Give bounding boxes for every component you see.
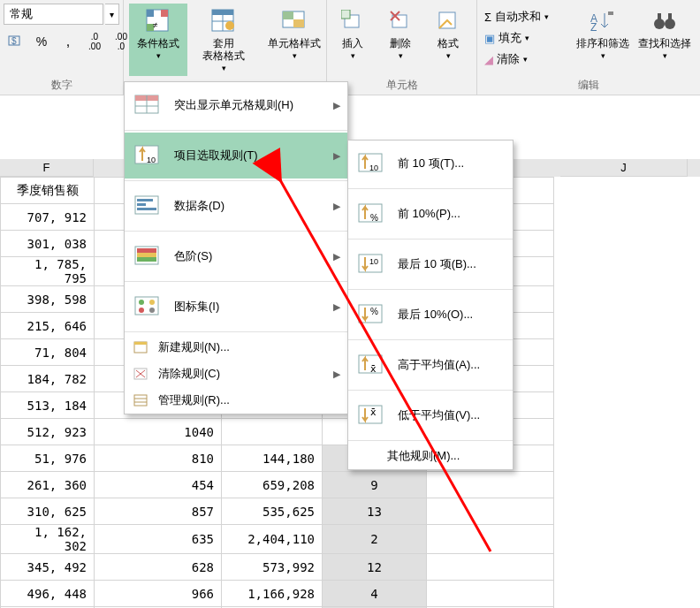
clear-rules-icon [132, 366, 149, 382]
number-format-select[interactable]: 常规 [4, 4, 103, 25]
highlight-cells-icon [132, 89, 164, 121]
delete-icon [386, 7, 415, 35]
menu-top-bottom[interactable]: 10 项目选取规则(T) ▶ [125, 133, 347, 179]
table-row[interactable]: 261, 360454659,2089 [1, 472, 554, 498]
svg-rect-41 [137, 257, 156, 262]
menu-manage-rules[interactable]: 管理规则(R)... [125, 387, 347, 414]
header-f[interactable]: 季度销售额 [1, 178, 95, 204]
clear-button[interactable]: ◢清除▾ [481, 49, 552, 69]
top10p-icon: % [355, 198, 387, 230]
svg-point-45 [139, 308, 144, 313]
group-label-cells: 单元格 [327, 78, 476, 93]
svg-rect-23 [608, 11, 613, 15]
svg-rect-13 [283, 11, 293, 19]
svg-rect-42 [135, 297, 158, 315]
chevron-down-icon: ▾ [156, 51, 161, 60]
data-bars-icon [132, 190, 164, 222]
sigma-icon: Σ [484, 11, 491, 24]
svg-rect-40 [137, 253, 156, 257]
svg-text:10: 10 [147, 156, 156, 164]
new-rule-icon [132, 339, 149, 355]
svg-text:≠: ≠ [153, 20, 158, 30]
icon-sets-icon [132, 291, 164, 323]
svg-point-46 [149, 308, 155, 313]
table-format-icon [209, 7, 238, 35]
eraser-icon: ◢ [484, 53, 493, 66]
conditional-formatting-icon: ≠ [144, 7, 172, 35]
svg-rect-3 [147, 10, 154, 17]
menu-above-avg[interactable]: x̄ 高于平均值(A)... [348, 342, 513, 388]
svg-rect-4 [161, 10, 168, 17]
svg-text:10: 10 [369, 257, 378, 266]
menu-data-bars[interactable]: 数据条(D) ▶ [125, 183, 347, 229]
menu-new-rule[interactable]: 新建规则(N)... [125, 334, 347, 361]
svg-rect-48 [134, 342, 147, 345]
table-row[interactable]: 496, 4489661,166,9284 [1, 581, 554, 607]
table-row[interactable]: 1, 162, 3026352,404,1102 [1, 525, 554, 554]
cell-styles-icon [280, 7, 308, 35]
manage-rules-icon [132, 392, 149, 408]
sort-icon: AZ [589, 7, 617, 35]
insert-button[interactable]: 插入▾ [331, 4, 375, 76]
menu-clear-rules[interactable]: 清除规则(C) ▶ [125, 361, 347, 387]
menu-top10p[interactable]: % 前 10%(P)... [348, 191, 513, 237]
group-label-number: 数字 [0, 78, 123, 93]
group-label-edit: 编辑 [477, 78, 700, 93]
conditional-formatting-button[interactable]: ≠ 条件格式 ▾ [129, 4, 187, 76]
bot10-icon: 10 [355, 248, 387, 280]
cell-styles-button[interactable]: 单元格样式 ▾ [265, 4, 323, 76]
insert-icon [339, 7, 367, 35]
svg-text:x̄: x̄ [370, 407, 377, 417]
svg-text:10: 10 [369, 163, 378, 172]
menu-icon-sets[interactable]: 图标集(I) ▶ [125, 284, 347, 330]
find-select-button[interactable]: 查找和选择▾ [636, 4, 693, 76]
binoculars-icon [651, 7, 679, 35]
increase-decimal-button[interactable]: .0.00 [83, 32, 106, 51]
currency-button[interactable]: $ [4, 32, 27, 51]
svg-point-43 [139, 300, 144, 305]
fill-icon: ▣ [484, 32, 495, 45]
autosum-button[interactable]: Σ自动求和▾ [481, 7, 552, 27]
svg-text:%: % [370, 213, 378, 223]
comma-button[interactable]: , [57, 32, 80, 51]
svg-rect-27 [668, 13, 672, 20]
svg-rect-16 [341, 10, 350, 19]
below-avg-icon: x̄ [355, 399, 387, 431]
format-button[interactable]: 格式▾ [426, 4, 470, 76]
svg-rect-39 [137, 248, 156, 253]
percent-button[interactable]: % [30, 32, 53, 51]
col-header-f[interactable]: F [0, 159, 94, 177]
format-icon [434, 7, 462, 35]
top-bottom-icon: 10 [132, 140, 164, 171]
table-row[interactable]: 310, 625857535,62513 [1, 498, 554, 525]
svg-text:$: $ [11, 36, 17, 46]
number-format-dropdown[interactable]: ▾ [105, 4, 119, 25]
svg-rect-14 [293, 19, 304, 27]
fill-button[interactable]: ▣填充▾ [481, 28, 552, 48]
above-avg-icon: x̄ [355, 349, 387, 381]
delete-button[interactable]: 删除▾ [378, 4, 422, 76]
format-as-table-button[interactable]: 套用 表格格式 ▾ [194, 4, 253, 76]
svg-text:Z: Z [590, 21, 597, 33]
sort-filter-button[interactable]: AZ 排序和筛选▾ [574, 4, 631, 76]
bot10p-icon: % [355, 299, 387, 331]
menu-other-rules[interactable]: 其他规则(M)... [348, 443, 513, 469]
color-scales-icon [132, 240, 164, 272]
conditional-formatting-menu: 突出显示单元格规则(H) ▶ 10 项目选取规则(T) ▶ 数据条(D) ▶ 色… [124, 81, 348, 414]
menu-bot10[interactable]: 10 最后 10 项(B)... [348, 241, 513, 287]
svg-point-44 [149, 300, 155, 305]
top-bottom-submenu: 10 前 10 项(T)... % 前 10%(P)... 10 最后 10 项… [347, 140, 514, 470]
menu-below-avg[interactable]: x̄ 低于平均值(V)... [348, 392, 513, 438]
menu-color-scales[interactable]: 色阶(S) ▶ [125, 233, 347, 279]
svg-text:x̄: x̄ [370, 363, 377, 374]
chevron-right-icon: ▶ [333, 100, 340, 111]
svg-rect-35 [137, 199, 153, 201]
svg-point-11 [225, 21, 234, 30]
menu-highlight-cells[interactable]: 突出显示单元格规则(H) ▶ [125, 82, 347, 128]
svg-rect-52 [134, 395, 147, 406]
table-row[interactable]: 345, 492628573,99212 [1, 554, 554, 581]
col-header-j[interactable]: J [560, 159, 688, 177]
menu-bot10p[interactable]: % 最后 10%(O)... [348, 292, 513, 338]
chevron-right-icon: ▶ [333, 150, 340, 162]
menu-top10[interactable]: 10 前 10 项(T)... [348, 141, 513, 186]
